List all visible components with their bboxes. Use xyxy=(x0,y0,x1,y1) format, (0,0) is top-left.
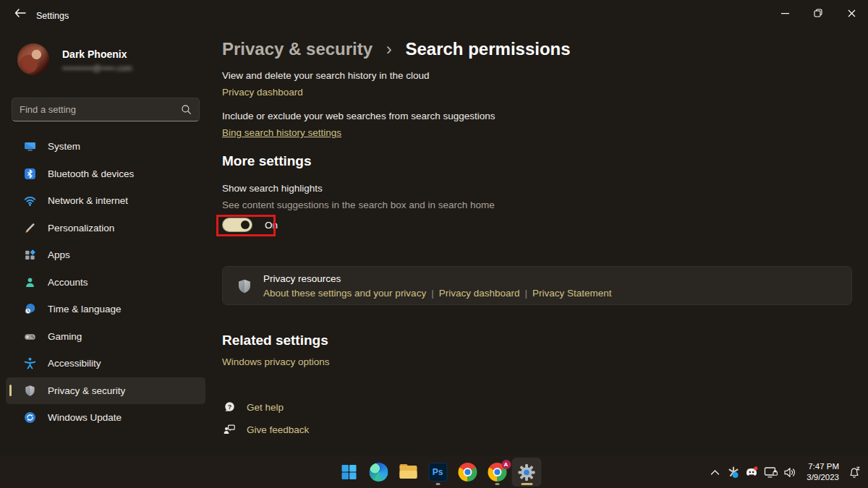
sidebar-item-network[interactable]: Network & internet xyxy=(6,187,205,215)
close-button[interactable] xyxy=(835,0,868,26)
sidebar-item-apps[interactable]: Apps xyxy=(6,241,205,269)
notification-bell-icon xyxy=(847,466,861,479)
wifi-icon xyxy=(24,194,36,207)
sidebar-item-label: Gaming xyxy=(48,331,82,342)
restore-button[interactable] xyxy=(801,0,835,26)
privacy-resources-title: Privacy resources xyxy=(263,273,341,284)
restore-icon xyxy=(814,9,822,17)
sidebar: Dark Phoenix •••••••••••@•••••.com Syste… xyxy=(0,26,211,456)
sidebar-item-label: Apps xyxy=(48,249,70,260)
tray-notifications[interactable] xyxy=(845,461,864,483)
sidebar-item-time-language[interactable]: Time & language xyxy=(6,296,205,323)
windows-privacy-options-link[interactable]: Windows privacy options xyxy=(222,356,330,367)
tray-chevron-up[interactable] xyxy=(705,461,724,483)
search-highlights-title: Show search highlights xyxy=(222,183,323,194)
gamepad-icon xyxy=(24,330,36,343)
sidebar-item-accessibility[interactable]: Accessibility xyxy=(6,350,205,377)
back-arrow-icon xyxy=(14,9,26,17)
web-search-description: Include or exclude your web searches fro… xyxy=(222,111,495,121)
settings-gear-icon xyxy=(517,463,537,482)
sidebar-item-label: Bluetooth & devices xyxy=(48,168,134,179)
sidebar-item-personalization[interactable]: Personalization xyxy=(6,215,205,242)
close-icon xyxy=(848,9,856,17)
sidebar-item-system[interactable]: System xyxy=(6,133,205,160)
chevron-up-icon xyxy=(710,469,720,476)
sidebar-item-label: Time & language xyxy=(48,304,122,314)
minimize-button[interactable] xyxy=(768,0,801,26)
get-help-link[interactable]: Get help xyxy=(247,402,284,413)
sidebar-item-label: Windows Update xyxy=(48,412,122,423)
privacy-statement-link[interactable]: Privacy Statement xyxy=(532,288,612,299)
main-content: Privacy & security › Search permissions … xyxy=(222,26,852,456)
taskbar-center: Ps A xyxy=(334,458,542,487)
tray-network-icon[interactable] xyxy=(762,461,780,483)
breadcrumb-separator: › xyxy=(386,39,392,59)
give-feedback-link[interactable]: Give feedback xyxy=(247,424,309,435)
photoshop-button[interactable]: Ps xyxy=(423,458,453,487)
about-settings-privacy-link[interactable]: About these settings and your privacy xyxy=(263,288,426,299)
clock-globe-icon xyxy=(24,303,36,315)
chrome-profile-button[interactable]: A xyxy=(482,458,512,487)
speaker-icon xyxy=(783,466,797,479)
titlebar: Settings xyxy=(0,0,868,26)
accessibility-icon xyxy=(24,357,36,369)
ethernet-monitor-icon xyxy=(764,466,778,479)
sidebar-nav: System Bluetooth & devices Network & int… xyxy=(0,133,211,432)
get-help-row[interactable]: ? Get help xyxy=(222,401,284,414)
sidebar-item-accounts[interactable]: Accounts xyxy=(6,269,205,296)
svg-text:?: ? xyxy=(228,403,232,411)
sidebar-item-windows-update[interactable]: Windows Update xyxy=(6,404,205,432)
shield-icon xyxy=(237,278,252,297)
sidebar-item-privacy-security[interactable]: Privacy & security xyxy=(6,377,205,405)
link-separator: | xyxy=(524,288,527,299)
back-button[interactable] xyxy=(9,4,32,22)
chrome-button[interactable] xyxy=(453,458,482,487)
pinwheel-icon xyxy=(727,466,741,479)
privacy-dashboard-link[interactable]: Privacy dashboard xyxy=(439,288,520,299)
edge-taskbar-button[interactable] xyxy=(364,458,393,487)
avatar[interactable] xyxy=(17,43,49,75)
file-explorer-button[interactable] xyxy=(393,458,423,487)
related-settings-heading: Related settings xyxy=(222,333,328,348)
folder-icon xyxy=(399,464,417,480)
privacy-dashboard-link[interactable]: Privacy dashboard xyxy=(222,87,303,98)
apps-grid-icon xyxy=(24,249,36,261)
breadcrumb-parent[interactable]: Privacy & security xyxy=(222,39,373,59)
settings-taskbar-button[interactable] xyxy=(512,458,542,487)
bing-search-history-link[interactable]: Bing search history settings xyxy=(222,127,341,138)
update-icon xyxy=(24,411,36,424)
minimize-icon xyxy=(781,9,789,17)
chrome-icon: A xyxy=(488,463,506,481)
cloud-history-description: View and delete your search history in t… xyxy=(222,70,429,81)
sidebar-item-bluetooth[interactable]: Bluetooth & devices xyxy=(6,160,205,188)
tray-app-icon[interactable] xyxy=(724,461,743,483)
chrome-icon xyxy=(458,463,477,481)
profile-name: Dark Phoenix xyxy=(62,48,127,60)
start-button[interactable] xyxy=(334,458,364,487)
search-box[interactable] xyxy=(12,98,200,121)
give-feedback-icon xyxy=(222,424,237,436)
windows-start-icon xyxy=(340,463,357,481)
sidebar-item-label: Accessibility xyxy=(48,358,101,369)
monitor-icon xyxy=(24,140,36,153)
bluetooth-icon xyxy=(24,168,36,180)
sidebar-item-gaming[interactable]: Gaming xyxy=(6,323,205,351)
give-feedback-row[interactable]: Give feedback xyxy=(222,424,309,436)
sidebar-item-label: System xyxy=(48,141,80,152)
shield-icon xyxy=(24,385,36,397)
tray-volume-icon[interactable] xyxy=(780,461,799,483)
red-annotation-box xyxy=(216,215,276,236)
search-highlights-description: See content suggestions in the search bo… xyxy=(222,200,495,210)
tray-discord-icon[interactable] xyxy=(743,461,762,483)
sidebar-item-label: Accounts xyxy=(48,277,88,288)
sidebar-item-label: Privacy & security xyxy=(48,385,125,396)
page-title: Search permissions xyxy=(405,39,570,59)
sidebar-item-label: Personalization xyxy=(48,223,114,234)
person-icon xyxy=(24,276,36,288)
search-input[interactable] xyxy=(20,104,181,115)
sidebar-item-label: Network & internet xyxy=(48,195,128,206)
get-help-icon: ? xyxy=(222,401,237,414)
profile-email: •••••••••••@•••••.com xyxy=(62,64,132,72)
tray-clock[interactable]: 7:47 PM 3/9/2023 xyxy=(807,461,839,483)
taskbar: Ps A xyxy=(0,456,868,488)
